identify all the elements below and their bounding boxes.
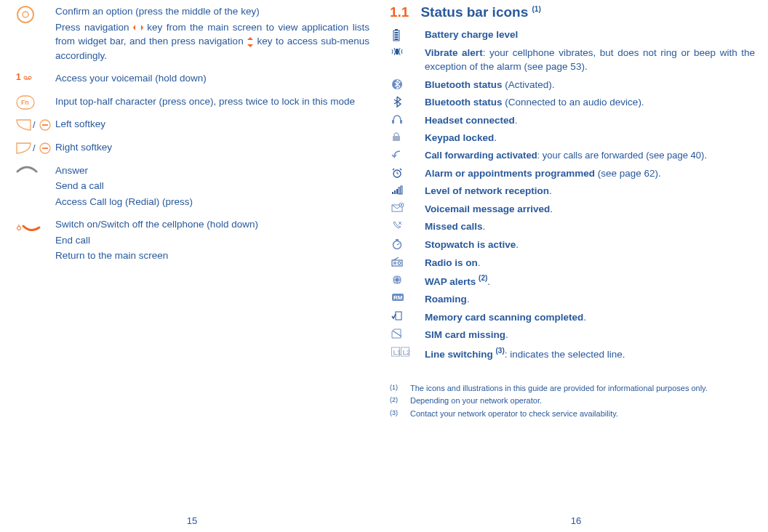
vibrate-text: Vibrate alert: your cellphone vibrates, … [425, 46, 755, 74]
leftsoft-text: Left softkey [55, 117, 369, 132]
row-bt-connected: Bluetooth status (Connected to an audio … [390, 95, 755, 111]
row-vm: Voicemail message arrived. [390, 202, 755, 218]
svg-rect-43 [396, 239, 399, 241]
svg-line-47 [393, 257, 399, 260]
line-switch-icon: L1L2 [390, 346, 425, 357]
missed-call-icon [390, 219, 425, 230]
row-answer: Answer Send a call Access Call log (Redi… [15, 164, 369, 211]
fn-text: Input top-half character (press once), p… [55, 94, 369, 109]
memcard-text: Memory card scanning completed. [425, 310, 755, 325]
svg-rect-33 [394, 190, 396, 194]
svg-rect-26 [393, 136, 400, 141]
wap-text: WAP alerts (2). [425, 273, 755, 289]
svg-point-3 [24, 76, 27, 79]
call-forward-icon [390, 149, 425, 160]
keypad-lock-icon [390, 131, 425, 142]
headset-icon [390, 113, 425, 124]
svg-point-0 [17, 7, 33, 23]
battery-icon [390, 28, 425, 41]
svg-point-50 [393, 275, 401, 284]
rightsoft-text: Right softkey [55, 140, 369, 155]
row-rightsoft: / Right softkey [15, 140, 369, 156]
row-fn: Fn Input top-half character (press once)… [15, 94, 369, 110]
section-number: 1.1 [390, 4, 409, 20]
svg-rect-34 [396, 189, 398, 194]
right-softkey-icon: / [15, 140, 55, 156]
radio-text: Radio is on. [425, 256, 755, 270]
roaming-text: Roaming. [425, 292, 755, 307]
row-memcard: Memory card scanning completed. [390, 310, 755, 326]
voicemail-text: Access your voicemail (hold down) [55, 71, 369, 86]
sim-missing-icon [390, 328, 425, 339]
svg-rect-35 [399, 188, 400, 194]
svg-rect-18 [395, 32, 399, 33]
svg-text:L1: L1 [393, 349, 401, 356]
svg-text:/: / [33, 142, 36, 153]
svg-line-30 [393, 169, 394, 170]
vm-text: Voicemail message arrived. [425, 202, 755, 217]
switch-c: Return to the main screen [55, 249, 369, 263]
svg-rect-55 [396, 312, 401, 320]
row-voicemail: 1 Access your voicemail (hold down) [15, 71, 369, 87]
row-battery: Battery charge level [390, 28, 755, 44]
network-text: Level of network reception. [425, 184, 755, 198]
missed-text: Missed calls. [425, 219, 755, 234]
switch-b: End call [55, 233, 369, 248]
send-key-icon [15, 164, 55, 174]
svg-point-46 [398, 262, 401, 265]
row-vibrate: Vibrate alert: your cellphone vibrates, … [390, 46, 755, 76]
page-number-left: 15 [0, 515, 384, 526]
bt-con-text: Bluetooth status (Connected to an audio … [425, 95, 755, 110]
bluetooth-icon [390, 78, 425, 90]
row-network: Level of network reception. [390, 184, 755, 200]
row-callforward: Call forwarding activated: your calls ar… [390, 149, 755, 164]
radio-icon [390, 256, 425, 267]
svg-text:/: / [33, 119, 36, 130]
keypad-text: Keypad locked. [425, 131, 755, 145]
fn3-num: (3) [390, 408, 410, 419]
svg-text:L2: L2 [403, 349, 411, 356]
row-alarm: Alarm or appointments programmed (see pa… [390, 166, 755, 182]
page-right: 1.1 Status bar icons (1) Battery charge … [384, 0, 768, 532]
row-keypad: Keypad locked. [390, 131, 755, 147]
row-missed: Missed calls. [390, 219, 755, 235]
row-line: L1L2 Line switching (3): indicates the s… [390, 346, 755, 363]
svg-text:1: 1 [16, 72, 21, 82]
confirm-text: Confirm an option (press the middle of t… [55, 4, 369, 64]
fn-key-icon: Fn [15, 94, 55, 110]
section-title: Status bar icons (1) [420, 4, 540, 20]
bluetooth-audio-icon [390, 95, 425, 108]
answer-a: Answer [55, 164, 369, 178]
row-bt-activated: Bluetooth status (Activated). [390, 78, 755, 94]
row-leftsoft: / Left softkey [15, 117, 369, 133]
vibrate-icon [390, 46, 425, 57]
svg-point-1 [23, 12, 28, 17]
wap-icon [390, 273, 425, 286]
fn3-text: Contact your network operator to check s… [410, 408, 755, 419]
headset-text: Headset connected. [425, 113, 755, 128]
switch-a: Switch on/Switch off the cellphone (hold… [55, 217, 369, 232]
svg-rect-20 [395, 36, 399, 38]
svg-line-31 [400, 169, 401, 170]
svg-line-44 [397, 243, 399, 245]
svg-rect-24 [392, 120, 394, 124]
battery-text: Battery charge level [425, 28, 755, 42]
section-heading: 1.1 Status bar icons (1) [390, 4, 755, 20]
svg-rect-25 [400, 120, 402, 124]
svg-point-39 [401, 204, 402, 206]
svg-text:RM: RM [393, 294, 403, 301]
row-wap: WAP alerts (2). [390, 273, 755, 290]
svg-rect-22 [396, 49, 399, 55]
answer-text: Answer Send a call Access Call log (Redi… [55, 164, 369, 211]
fn2-num: (2) [390, 395, 410, 406]
confirm-l2a: Press navigation [55, 22, 133, 33]
answer-b: Send a call [55, 179, 369, 193]
alarm-text: Alarm or appointments programmed (see pa… [425, 166, 755, 181]
confirm-l1: Confirm an option (press the middle of t… [55, 6, 260, 17]
signal-icon [390, 184, 425, 195]
voicemail-msg-icon [390, 202, 425, 213]
svg-rect-36 [401, 186, 402, 194]
left-softkey-icon: / [15, 117, 55, 132]
row-stopwatch: Stopwatch is active. [390, 238, 755, 254]
sim-text: SIM card missing. [425, 328, 755, 342]
